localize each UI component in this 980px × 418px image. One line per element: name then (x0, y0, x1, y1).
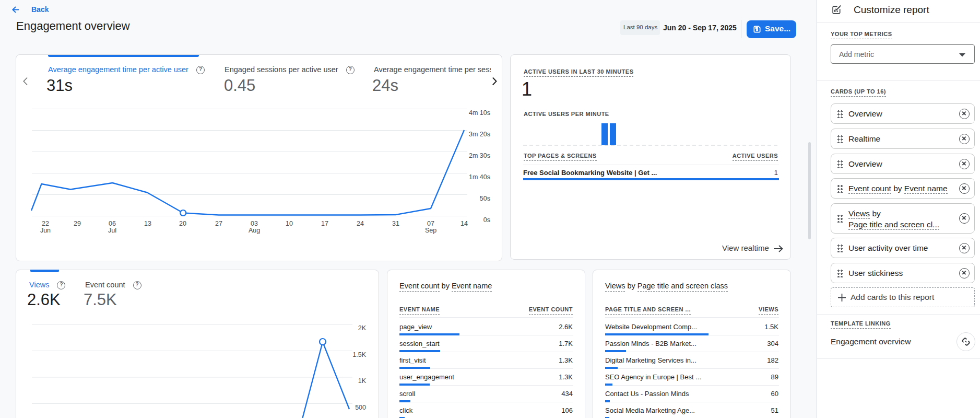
svg-text:2m 30s: 2m 30s (469, 152, 490, 159)
svg-text:29: 29 (74, 220, 81, 227)
svg-text:17: 17 (321, 220, 328, 227)
svg-text:Sep: Sep (425, 227, 436, 234)
svg-text:22: 22 (42, 220, 49, 227)
svg-text:Jun: Jun (40, 227, 51, 234)
svg-text:31: 31 (392, 220, 399, 227)
svg-text:1m 40s: 1m 40s (469, 173, 490, 181)
svg-text:10: 10 (286, 220, 293, 227)
svg-text:3m 20s: 3m 20s (469, 131, 490, 138)
svg-text:0s: 0s (483, 216, 490, 224)
svg-text:03: 03 (251, 220, 258, 227)
svg-text:50s: 50s (480, 195, 490, 202)
svg-text:1K: 1K (358, 377, 367, 385)
svg-text:27: 27 (215, 220, 222, 227)
svg-text:2K: 2K (358, 324, 367, 332)
svg-text:Jul: Jul (108, 227, 116, 234)
svg-text:07: 07 (427, 220, 434, 227)
svg-text:1.5K: 1.5K (352, 351, 366, 358)
svg-text:13: 13 (144, 220, 151, 227)
svg-text:20: 20 (179, 220, 186, 227)
svg-text:Aug: Aug (249, 227, 260, 234)
svg-text:4m 10s: 4m 10s (469, 109, 490, 117)
svg-text:500: 500 (355, 404, 366, 411)
svg-text:14: 14 (461, 220, 468, 227)
svg-text:06: 06 (109, 220, 116, 227)
svg-text:24: 24 (357, 220, 364, 227)
